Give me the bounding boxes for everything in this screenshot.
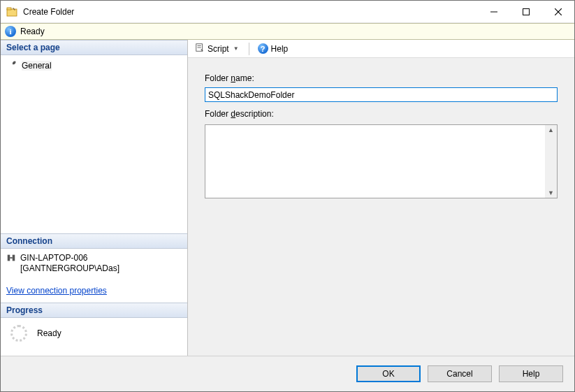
left-panel: Select a page General Connection — [1, 40, 188, 356]
help-icon: ? — [258, 43, 268, 54]
server-icon — [6, 253, 16, 265]
script-icon — [195, 43, 205, 55]
main-area: Select a page General Connection — [1, 40, 574, 356]
toolbar: Script ▼ ? Help — [188, 40, 574, 58]
app-icon — [6, 6, 17, 17]
select-page-header: Select a page — [1, 40, 187, 55]
scrollbar[interactable]: ▲ ▼ — [545, 125, 557, 198]
wrench-icon — [8, 59, 17, 71]
maximize-button[interactable] — [510, 1, 542, 23]
scroll-up-icon[interactable]: ▲ — [545, 125, 557, 135]
help-button-footer[interactable]: Help — [499, 365, 563, 382]
footer: OK Cancel Help — [1, 356, 574, 391]
form-area: Folder name: Folder description: ▲ ▼ — [188, 58, 574, 214]
page-item-label: General — [22, 61, 52, 71]
svg-rect-6 — [8, 254, 10, 261]
scroll-down-icon[interactable]: ▼ — [545, 188, 557, 198]
svg-rect-3 — [523, 8, 530, 15]
ok-button[interactable]: OK — [356, 365, 421, 382]
progress-spinner-icon — [10, 325, 27, 342]
right-panel: Script ▼ ? Help Folder name: Folder desc… — [188, 40, 574, 356]
help-label: Help — [271, 44, 289, 54]
help-button[interactable]: ? Help — [255, 42, 291, 55]
folder-description-wrap: ▲ ▼ — [205, 124, 558, 198]
cancel-button[interactable]: Cancel — [428, 365, 492, 382]
toolbar-separator — [249, 43, 249, 55]
close-button[interactable] — [542, 1, 574, 23]
script-label: Script — [208, 44, 229, 54]
folder-description-label: Folder description: — [205, 109, 558, 119]
page-list: General — [1, 55, 187, 73]
view-connection-properties-link[interactable]: View connection properties — [6, 286, 182, 296]
connection-body: GIN-LAPTOP-006 [GANTNERGROUP\ADas] — [1, 249, 187, 280]
svg-rect-0 — [7, 9, 17, 16]
folder-description-input[interactable] — [205, 125, 544, 198]
connection-header: Connection — [1, 233, 187, 249]
window-title: Create Folder — [23, 7, 478, 17]
progress-body: Ready — [1, 318, 187, 356]
titlebar: Create Folder — [1, 1, 574, 23]
script-button[interactable]: Script ▼ — [192, 41, 243, 56]
minimize-button[interactable] — [478, 1, 510, 23]
chevron-down-icon[interactable]: ▼ — [232, 45, 240, 52]
svg-rect-1 — [7, 8, 11, 10]
svg-rect-7 — [13, 254, 15, 261]
window-controls — [478, 1, 574, 23]
folder-name-input[interactable] — [205, 87, 558, 102]
server-name: GIN-LAPTOP-006 — [20, 253, 119, 264]
user-name: [GANTNERGROUP\ADas] — [20, 263, 119, 275]
progress-status: Ready — [37, 328, 61, 338]
status-bar: i Ready — [1, 23, 574, 40]
create-folder-dialog: Create Folder i Ready Select a page — [0, 0, 575, 392]
folder-name-label: Folder name: — [205, 73, 558, 83]
connection-text: GIN-LAPTOP-006 [GANTNERGROUP\ADas] — [20, 253, 119, 275]
info-icon: i — [5, 26, 16, 37]
status-text: Ready — [20, 27, 45, 36]
progress-header: Progress — [1, 303, 187, 318]
page-item-general[interactable]: General — [5, 58, 183, 73]
